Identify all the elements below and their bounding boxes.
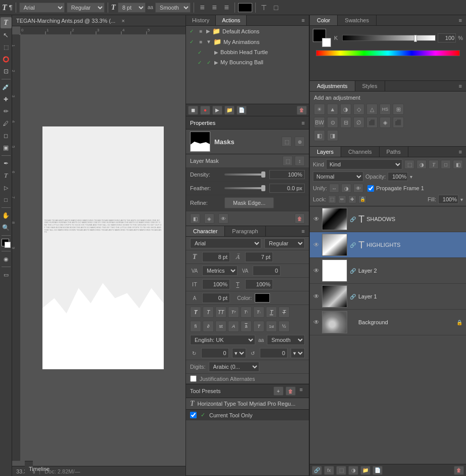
swash-btn[interactable]: ∂: [203, 321, 214, 332]
type-tool-icon[interactable]: T: [2, 3, 7, 12]
layer-link-shadows[interactable]: 🔗: [349, 217, 356, 222]
patch-tool[interactable]: ✚: [1, 94, 12, 105]
new-folder-btn[interactable]: 📁: [224, 106, 235, 115]
mask-options-btn[interactable]: ↕: [295, 156, 305, 166]
unify-position-icon[interactable]: ↔: [329, 184, 339, 193]
delete-mask-btn[interactable]: 🗑: [295, 213, 305, 224]
preset-item-1[interactable]: T Horizontal Type Tool Myriad Pro Regu..…: [186, 398, 309, 409]
antialias-select[interactable]: Smooth: [155, 3, 191, 13]
density-slider[interactable]: [224, 174, 265, 176]
brush-tool[interactable]: ✏: [1, 106, 12, 117]
eyedropper-tool[interactable]: 💉: [1, 81, 12, 93]
lock-position-btn[interactable]: ✚: [348, 195, 356, 203]
pixel-mask-btn[interactable]: ⬚: [282, 137, 292, 147]
huesaturation-adj-btn[interactable]: HS: [380, 104, 391, 115]
color-spectrum[interactable]: [342, 35, 436, 41]
layer-row-highlights[interactable]: 👁 🔗 T HIGHLIGHTS: [310, 232, 466, 258]
bold-btn[interactable]: T: [190, 307, 201, 318]
current-tool-checkbox[interactable]: [190, 412, 197, 418]
new-layer-btn[interactable]: 📄: [372, 466, 383, 475]
layer-link-highlights[interactable]: 🔗: [349, 242, 356, 248]
swatches-tab[interactable]: Swatches: [338, 15, 377, 25]
channels-tab[interactable]: Channels: [341, 147, 379, 157]
rotate-select-1[interactable]: ▾: [232, 348, 246, 358]
styles-tab[interactable]: Styles: [355, 81, 385, 91]
color-spectrum-bar[interactable]: [316, 50, 460, 56]
font-family-select[interactable]: Arial: [19, 3, 65, 13]
strikethrough-btn[interactable]: T: [278, 307, 290, 318]
selection-from-mask-btn[interactable]: ◈: [204, 213, 214, 224]
character-panel-menu[interactable]: ≡: [298, 226, 309, 236]
rotate-field-1[interactable]: [201, 348, 229, 358]
blend-mode-select[interactable]: Normal: [313, 171, 363, 182]
path-tool[interactable]: ▷: [1, 182, 12, 193]
color-tab[interactable]: Color: [310, 15, 338, 25]
colortone-adj-btn[interactable]: ∅: [353, 117, 364, 128]
layer-row-1[interactable]: 👁 🔗 Layer 1: [310, 284, 466, 310]
move-tool[interactable]: ↖: [1, 29, 12, 40]
kind-select[interactable]: Kind: [326, 159, 402, 169]
levels-adj-btn[interactable]: ▲: [327, 104, 338, 115]
photofilter-adj-btn[interactable]: ⊙: [327, 117, 338, 128]
actions-panel-menu[interactable]: ≡: [298, 15, 309, 25]
delete-layer-btn[interactable]: 🗑: [454, 466, 464, 475]
delete-action-btn[interactable]: 🗑: [297, 106, 307, 115]
link-layers-btn[interactable]: 🔗: [312, 466, 322, 475]
layer-visibility-highlights[interactable]: 👁: [313, 241, 320, 248]
selection-tool[interactable]: ⬚: [1, 41, 12, 53]
horiz-scale-field[interactable]: [245, 279, 273, 289]
superscript-btn[interactable]: T↑: [241, 307, 252, 318]
oldstyle-btn[interactable]: st: [215, 321, 226, 332]
add-preset-btn[interactable]: +: [273, 386, 284, 396]
rotate-field-2[interactable]: [260, 348, 288, 358]
underline-btn[interactable]: T: [266, 307, 277, 318]
hand-tool[interactable]: ✋: [1, 210, 12, 221]
language-select[interactable]: English: UK: [190, 335, 255, 345]
color-swatches[interactable]: [1, 238, 12, 249]
gradientmap-adj-btn[interactable]: ◨: [327, 130, 338, 141]
layer-mask-btn[interactable]: ⬚: [336, 466, 346, 475]
unify-style-icon[interactable]: ◑: [341, 184, 351, 193]
character-tab[interactable]: Character: [186, 226, 225, 236]
filter-smartobj-icon[interactable]: ◧: [453, 160, 463, 169]
paragraph-tool-icon[interactable]: ¶: [9, 4, 13, 11]
zoom-tool[interactable]: 🔍: [1, 222, 12, 233]
smallcaps-btn[interactable]: TT: [228, 307, 239, 318]
new-fill-btn[interactable]: ◑: [348, 466, 358, 475]
eraser-tool[interactable]: ◻: [1, 130, 12, 141]
actions-tab[interactable]: Actions: [216, 15, 247, 25]
opacity-arrow[interactable]: ▾: [410, 174, 412, 180]
align-right-icon[interactable]: ≡: [221, 3, 231, 13]
actions-row-default[interactable]: ✓ ■ ▶ 📁 Default Actions: [186, 26, 309, 36]
layer-row-2[interactable]: 👁 🔗 Layer 2: [310, 258, 466, 284]
rotate-select-2[interactable]: ▾: [291, 348, 305, 358]
subscript-btn[interactable]: T↓: [253, 307, 264, 318]
char-font-select[interactable]: Arial: [190, 238, 261, 248]
brightness-adj-btn[interactable]: ☀: [314, 104, 325, 115]
propagate-checkbox[interactable]: [367, 185, 374, 192]
digits-select[interactable]: Arabic (0...: [209, 362, 259, 372]
apply-mask-btn[interactable]: ⬚: [283, 156, 293, 166]
fill-input[interactable]: [438, 195, 458, 204]
baseline-field[interactable]: [202, 293, 230, 303]
layer-fx-btn[interactable]: fx: [324, 466, 334, 475]
align-left-icon[interactable]: ≡: [197, 3, 207, 13]
filter-adj-icon[interactable]: ◑: [416, 160, 427, 169]
filter-shape-icon[interactable]: □: [441, 160, 451, 169]
group-layers-btn[interactable]: 📁: [360, 466, 370, 475]
paths-tab[interactable]: Paths: [380, 147, 408, 157]
filter-pixel-icon[interactable]: ⬚: [404, 160, 414, 169]
adjustments-panel-menu[interactable]: ≡: [455, 81, 466, 91]
mask-edge-btn[interactable]: Mask Edge...: [224, 197, 274, 208]
shape-tool[interactable]: □: [1, 194, 12, 205]
leading-field[interactable]: [245, 252, 273, 262]
paragraph-tab[interactable]: Paragraph: [225, 226, 265, 236]
italic-btn[interactable]: T: [203, 307, 214, 318]
exposure-adj-btn[interactable]: ◇: [353, 104, 364, 115]
history-tab[interactable]: History: [186, 15, 216, 25]
bg-swatch[interactable]: [322, 38, 331, 47]
vibrance-adj-btn[interactable]: △: [366, 104, 378, 115]
new-action-btn[interactable]: 📄: [237, 106, 247, 115]
clone-tool[interactable]: 🖊: [1, 118, 12, 129]
lock-transparent-btn[interactable]: ⬚: [328, 195, 336, 203]
